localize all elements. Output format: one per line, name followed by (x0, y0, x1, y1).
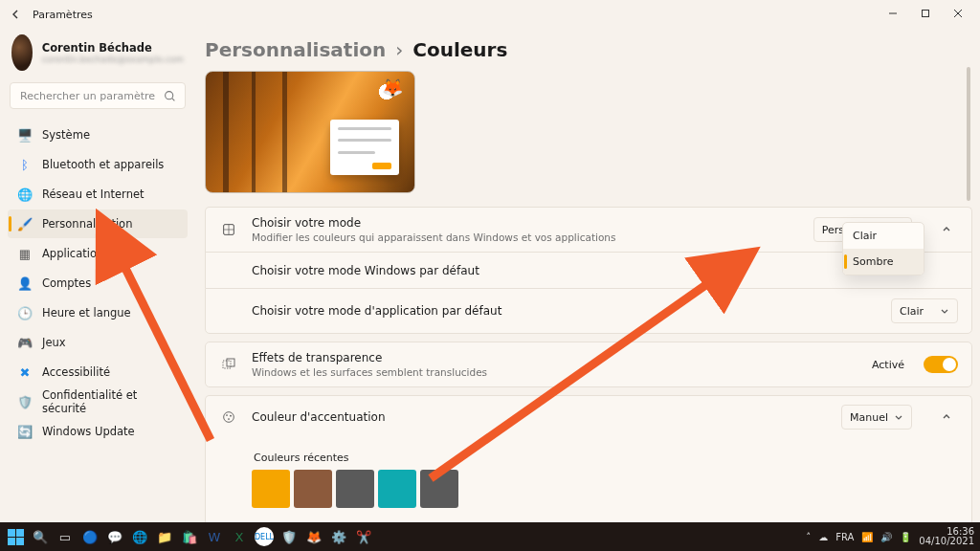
taskbar-store[interactable]: 🛍️ (180, 527, 199, 546)
collapse-button[interactable] (935, 218, 958, 241)
taskbar-taskview[interactable]: ▭ (56, 527, 75, 546)
collapse-button[interactable] (935, 406, 958, 429)
tray-onedrive-icon[interactable]: ☁ (818, 532, 828, 542)
taskbar-excel[interactable]: X (230, 527, 249, 546)
nav-icon: 🛡️ (17, 394, 33, 409)
close-button[interactable] (942, 0, 974, 27)
dropdown-option-clair[interactable]: Clair (843, 223, 924, 249)
sidebar-item-confidentialit-et-s-curit-[interactable]: 🛡️Confidentialité et sécurité (8, 387, 188, 416)
sidebar-item-label: Bluetooth et appareils (42, 158, 164, 171)
taskbar-edge[interactable]: 🌐 (130, 527, 149, 546)
nav-icon: ✖ (17, 364, 33, 380)
nav-icon: ▦ (17, 246, 33, 261)
sidebar-item-bluetooth-et-appareils[interactable]: ᛒBluetooth et appareils (8, 150, 188, 179)
nav-icon: 🖥️ (17, 127, 33, 143)
account-header[interactable]: Corentin Béchade corentin.bechade@exampl… (6, 31, 189, 80)
tray-chevron-icon[interactable]: ˄ (806, 532, 811, 542)
recent-colors (252, 470, 958, 508)
sidebar-item-windows-update[interactable]: 🔄Windows Update (8, 417, 188, 446)
tray-battery-icon[interactable]: 🔋 (900, 532, 911, 542)
avatar (11, 34, 33, 71)
sidebar-item-label: Réseau et Internet (42, 187, 145, 201)
chevron-down-icon (940, 306, 949, 316)
desktop-preview (205, 71, 415, 193)
tray-wifi-icon[interactable]: 📶 (861, 532, 873, 542)
color-swatch[interactable] (336, 470, 374, 508)
start-button[interactable] (6, 527, 25, 546)
svg-point-7 (230, 415, 232, 417)
sidebar-item-label: Personnalisation (42, 217, 132, 231)
taskbar-clock[interactable]: 16:36 04/10/2021 (919, 527, 974, 547)
sidebar-item-label: Heure et langue (42, 306, 131, 320)
back-button[interactable] (10, 8, 23, 21)
setting-label: Choisir votre mode Windows par défaut (252, 264, 479, 277)
setting-label: Effets de transparence (252, 351, 858, 364)
maximize-button[interactable] (909, 0, 942, 27)
recent-colors-label: Couleurs récentes (254, 452, 958, 464)
transparency-toggle[interactable] (924, 356, 958, 373)
system-tray[interactable]: ˄ ☁ FRA 📶 🔊 🔋 16:36 04/10/2021 (806, 527, 974, 547)
search-input[interactable] (18, 89, 162, 103)
setting-app-mode[interactable]: Choisir votre mode d'application par déf… (205, 288, 972, 334)
search-icon (162, 88, 177, 103)
brush-icon (219, 220, 238, 239)
preview-stickynote (370, 77, 403, 106)
sidebar-item-accessibilit-[interactable]: ✖Accessibilité (8, 358, 188, 386)
dropdown-option-sombre[interactable]: Sombre (843, 249, 924, 275)
color-swatch[interactable] (294, 470, 332, 508)
taskbar-word[interactable]: W (205, 527, 224, 546)
color-swatch[interactable] (252, 470, 290, 508)
taskbar-settings[interactable]: ⚙️ (329, 527, 348, 546)
accent-mode-value: Manuel (850, 411, 888, 424)
color-swatch[interactable] (420, 470, 458, 508)
clock-date: 04/10/2021 (919, 537, 974, 547)
content-area: Personnalisation › Couleurs Choisir votr… (205, 31, 972, 522)
tray-language[interactable]: FRA (835, 532, 854, 542)
taskbar-snip[interactable]: ✂️ (354, 527, 373, 546)
sidebar-item-comptes[interactable]: 👤Comptes (8, 269, 188, 298)
sidebar-item-heure-et-langue[interactable]: 🕒Heure et langue (8, 298, 188, 327)
chevron-down-icon (894, 412, 903, 422)
taskbar-chat[interactable]: 💬 (105, 527, 124, 546)
preview-window-card (330, 120, 399, 175)
taskbar-security[interactable]: 🛡️ (279, 527, 299, 546)
accent-mode-select[interactable]: Manuel (841, 405, 912, 430)
breadcrumb-parent[interactable]: Personnalisation (205, 38, 386, 61)
page-title: Couleurs (412, 38, 507, 61)
sidebar-item-label: Système (42, 128, 90, 142)
minimize-button[interactable] (877, 0, 909, 27)
taskbar-firefox[interactable]: 🦊 (304, 527, 323, 546)
setting-description: Windows et les surfaces semblent translu… (252, 366, 858, 378)
sidebar-item-label: Confidentialité et sécurité (42, 388, 178, 415)
color-swatch[interactable] (378, 470, 416, 508)
sidebar-item-label: Jeux (42, 336, 66, 349)
scrollbar[interactable] (967, 67, 970, 201)
sidebar-item-label: Applications (42, 247, 109, 260)
nav-icon: 🔄 (17, 424, 33, 439)
mode-dropdown: Clair Sombre (842, 222, 924, 276)
svg-point-8 (228, 418, 230, 420)
svg-rect-0 (923, 11, 929, 17)
nav-icon: 🕒 (17, 305, 33, 320)
setting-transparency[interactable]: Effets de transparence Windows et les su… (205, 342, 972, 387)
search-input-wrapper[interactable] (10, 82, 186, 109)
tray-volume-icon[interactable]: 🔊 (880, 532, 892, 542)
sidebar-item-syst-me[interactable]: 🖥️Système (8, 121, 188, 149)
sidebar-item-r-seau-et-internet[interactable]: 🌐Réseau et Internet (8, 180, 188, 209)
nav-icon: 🖌️ (17, 216, 33, 231)
setting-accent-color[interactable]: Couleur d'accentuation Manuel (205, 395, 972, 438)
sidebar-item-personnalisation[interactable]: 🖌️Personnalisation (8, 209, 188, 238)
toggle-state-label: Activé (872, 359, 904, 371)
taskbar-widgets[interactable]: 🔵 (80, 527, 100, 546)
sidebar-item-applications[interactable]: ▦Applications (8, 239, 188, 268)
user-email: corentin.bechade@example.com (42, 55, 184, 64)
breadcrumb: Personnalisation › Couleurs (205, 31, 972, 71)
svg-point-5 (224, 412, 234, 423)
app-mode-select[interactable]: Clair (891, 298, 958, 323)
taskbar-dell[interactable]: DELL (255, 527, 274, 546)
svg-point-1 (165, 91, 172, 99)
nav-icon: 👤 (17, 276, 33, 291)
sidebar-item-jeux[interactable]: 🎮Jeux (8, 328, 188, 357)
taskbar-search[interactable]: 🔍 (31, 527, 50, 546)
taskbar-explorer[interactable]: 📁 (155, 527, 174, 546)
